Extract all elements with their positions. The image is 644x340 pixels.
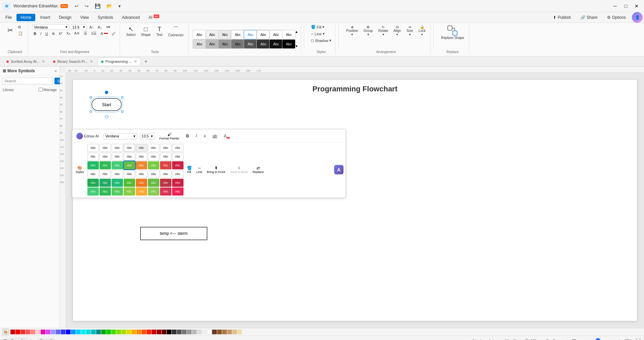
sidebar-collapse-icon[interactable]: « [54, 69, 57, 73]
italic-btn[interactable]: I [39, 31, 43, 36]
increase-font-btn[interactable]: A↑ [88, 25, 95, 30]
color-swatch-orange2[interactable] [136, 330, 141, 334]
copy-btn[interactable]: ⧉ [17, 24, 25, 30]
color-swatch-brown1[interactable] [212, 330, 217, 334]
fs-5-2[interactable]: Abc [99, 179, 111, 187]
font-clear-btn[interactable]: A✕ [73, 31, 81, 36]
swatch-4[interactable]: Abc [231, 30, 244, 39]
color-swatch-gray5[interactable] [202, 330, 207, 334]
tab-0-close[interactable]: ✕ [42, 59, 45, 64]
swatch-16[interactable]: Abc [282, 39, 295, 49]
color-swatch-cyan1[interactable] [71, 330, 76, 334]
size-btn[interactable]: ⇔ Size ▾ [404, 24, 415, 37]
more-btn[interactable]: ▾ [116, 3, 123, 9]
zoom-out-btn[interactable]: − [580, 338, 583, 340]
zoom-in-btn[interactable]: + [618, 338, 620, 340]
fs-4-7[interactable]: Abc [160, 170, 171, 178]
add-page-btn[interactable]: + [29, 338, 32, 340]
menu-insert[interactable]: Insert [36, 14, 54, 21]
color-swatch-lime1[interactable] [111, 330, 116, 334]
fs-1-8[interactable]: Abc [172, 144, 184, 152]
float-fontcolor-btn[interactable]: A [222, 133, 232, 139]
color-swatch-darkred[interactable] [152, 330, 156, 334]
color-swatch-teal1[interactable] [81, 330, 86, 334]
tab-2-close[interactable]: ✕ [134, 59, 137, 64]
float-bold-btn[interactable]: B [184, 133, 191, 139]
rotate-handle[interactable] [105, 91, 108, 94]
fs-5-3[interactable]: Abc [112, 179, 123, 187]
swatch-14[interactable]: Abc [256, 39, 270, 49]
swatch-11[interactable]: Abc [218, 39, 232, 49]
fs-6-1[interactable]: Abc [87, 187, 99, 196]
swatch-6[interactable]: Abc [256, 30, 270, 39]
handle-br[interactable] [121, 111, 123, 113]
tab-1-close[interactable]: ✕ [90, 59, 93, 64]
fit-page-btn[interactable]: ⊡ [572, 338, 576, 340]
user-avatar[interactable]: 👤 [632, 12, 643, 23]
color-swatch-yellow2[interactable] [126, 330, 131, 334]
color-swatch-lime2[interactable] [116, 330, 121, 334]
fs-4-1[interactable]: Abc [87, 170, 99, 178]
swatch-13[interactable]: Abc [244, 39, 257, 49]
color-swatch-white[interactable] [207, 330, 212, 334]
replace-float-btn[interactable]: ⇄ Replace [251, 165, 265, 174]
menu-design[interactable]: Design [55, 14, 75, 21]
shape-btn[interactable]: □ Shape [139, 25, 153, 38]
color-swatch-red3[interactable] [21, 330, 25, 334]
fs-6-6[interactable]: Abc [148, 187, 159, 196]
fs-5-1[interactable]: Abc [87, 179, 99, 187]
start-shape[interactable]: Start [91, 98, 122, 111]
swatch-expand[interactable]: ▼ [295, 44, 298, 48]
sidebar-manage[interactable]: Manage [39, 88, 57, 92]
open-btn[interactable]: 📂 [105, 3, 114, 9]
fs-2-6[interactable]: Abc [148, 153, 159, 161]
menu-home[interactable]: Home [16, 14, 35, 21]
color-swatch-cyan2[interactable] [76, 330, 81, 334]
color-swatch-brown2[interactable] [217, 330, 222, 334]
subscript-btn[interactable]: X₂ [65, 31, 71, 36]
fs-5-4[interactable]: Abc [124, 179, 135, 187]
line-btn-float[interactable]: ─ Line [195, 165, 204, 174]
edraw-ai-badge[interactable]: A [334, 165, 344, 174]
connector-btn[interactable]: ⌒ Connector [166, 24, 186, 38]
fs-4-8[interactable]: Abc [172, 170, 184, 178]
strikethrough-btn[interactable]: S [51, 31, 56, 36]
menu-view[interactable]: View [76, 14, 93, 21]
fs-4-4[interactable]: Abc [124, 170, 135, 178]
color-swatch-red4[interactable] [26, 330, 30, 334]
fs-2-4[interactable]: Abc [124, 153, 135, 161]
fill-btn-float[interactable]: 🪣 Fill [186, 165, 193, 174]
canvas[interactable]: Programming Flowchart Start [66, 73, 644, 328]
active-page-indicator[interactable]: Page-1 [38, 338, 55, 340]
fs-2-5[interactable]: Abc [136, 153, 147, 161]
fs-5-7[interactable]: Abc [160, 179, 171, 187]
color-swatch-darkred2[interactable] [157, 330, 161, 334]
fill-btn[interactable]: 🪣 Fill ▾ [310, 24, 326, 30]
decrease-font-btn[interactable]: A↓ [96, 25, 104, 30]
fullscreen-btn[interactable]: ⛶ [636, 338, 641, 340]
font-color-btn[interactable]: A [99, 31, 109, 36]
cut-btn[interactable]: ✂ [5, 25, 15, 35]
swatch-1[interactable]: Abc [193, 30, 206, 39]
save-btn[interactable]: 💾 [93, 3, 103, 9]
fs-3-8[interactable]: Abc [172, 161, 184, 169]
swatch-12[interactable]: Abc [231, 39, 244, 49]
undo-btn[interactable]: ↩ [73, 3, 81, 9]
bold-btn[interactable]: B [32, 31, 38, 36]
fs-6-3[interactable]: Abc [112, 187, 123, 196]
fs-1-4[interactable]: Abc [124, 144, 135, 152]
fs-4-2[interactable]: Abc [99, 170, 111, 178]
color-swatch-blue4[interactable] [66, 330, 71, 334]
color-swatch-tan2[interactable] [232, 330, 237, 334]
position-btn[interactable]: ⊕ Position ▾ [344, 24, 360, 37]
fs-4-5[interactable]: Abc [136, 170, 147, 178]
select-btn[interactable]: ↖ Select [124, 25, 137, 38]
maximize-btn[interactable]: □ [621, 1, 631, 11]
menu-advanced[interactable]: Advanced [118, 14, 144, 21]
color-swatch-red2[interactable] [15, 330, 20, 334]
float-font-size-select[interactable]: 13.5 ▾ [140, 133, 155, 139]
styles-btn[interactable]: 🎨 Styles [74, 165, 85, 174]
format-painter-btn[interactable]: 🖌 Format Painter [157, 131, 182, 141]
process-2[interactable]: temp <--- sterm [140, 227, 207, 240]
sidebar-search-input[interactable] [2, 78, 53, 84]
